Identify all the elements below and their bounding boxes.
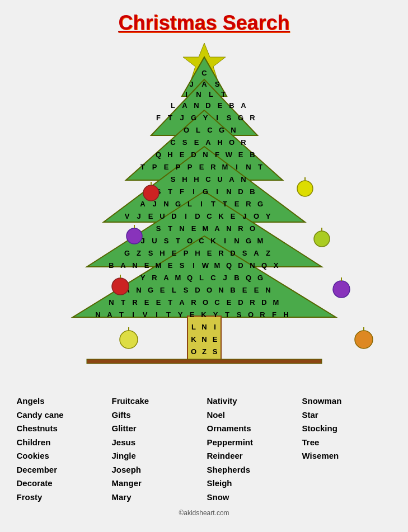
svg-text:U: U [217, 175, 222, 183]
svg-text:M: M [257, 237, 263, 245]
svg-text:R: R [210, 163, 216, 171]
svg-text:N: N [265, 286, 270, 294]
word-item: Noel [207, 409, 297, 422]
word-list: AngelsCandy caneChestnutsChildrenCookies… [8, 395, 400, 503]
svg-text:G: G [147, 286, 153, 294]
svg-text:X: X [273, 261, 278, 270]
svg-rect-9 [87, 359, 322, 364]
svg-text:N: N [132, 261, 137, 270]
word-item: Shepherds [207, 464, 297, 477]
svg-text:E: E [254, 286, 259, 294]
svg-text:A: A [140, 200, 146, 208]
svg-text:H: H [283, 310, 288, 319]
svg-text:M: M [214, 261, 220, 270]
svg-text:E: E [212, 335, 217, 343]
svg-text:W: W [225, 150, 232, 159]
svg-text:G: G [175, 200, 180, 208]
svg-text:S: S [214, 80, 219, 88]
svg-text:A: A [182, 101, 187, 110]
svg-text:N: N [218, 286, 223, 294]
svg-text:T: T [225, 310, 229, 319]
svg-text:H: H [182, 175, 187, 183]
svg-text:B: B [109, 261, 114, 270]
svg-text:N: N [136, 286, 141, 294]
svg-point-227 [112, 278, 129, 295]
svg-text:A: A [214, 224, 220, 233]
svg-text:R: R [132, 298, 138, 307]
svg-text:K: K [201, 310, 207, 319]
svg-text:E: E [217, 101, 222, 110]
svg-text:F: F [215, 150, 219, 159]
svg-text:C: C [207, 212, 212, 220]
svg-text:B: B [234, 274, 239, 282]
svg-text:J: J [223, 274, 227, 282]
svg-text:L: L [191, 323, 196, 331]
svg-text:Y: Y [140, 274, 145, 282]
svg-text:R: R [250, 298, 255, 307]
svg-text:L: L [199, 274, 204, 282]
svg-text:V: V [142, 310, 147, 319]
svg-text:A: A [163, 274, 169, 282]
svg-text:S: S [156, 224, 161, 233]
svg-text:M: M [155, 261, 161, 270]
svg-text:N: N [234, 237, 239, 245]
svg-text:I: I [132, 310, 134, 319]
svg-text:G: G [237, 114, 243, 122]
svg-text:G: G [257, 200, 262, 208]
svg-text:I: I [224, 237, 226, 245]
page-title: Christmas Search [118, 11, 289, 35]
svg-text:N: N [179, 224, 184, 233]
svg-text:A: A [241, 101, 246, 110]
svg-text:L: L [171, 101, 175, 110]
svg-text:S: S [148, 249, 153, 257]
word-item: Chestnuts [17, 422, 106, 435]
svg-text:G: G [124, 249, 129, 257]
svg-text:Y: Y [213, 310, 218, 319]
svg-text:D: D [230, 249, 235, 257]
word-item: Stocking [302, 422, 392, 435]
svg-text:A: A [229, 175, 235, 183]
svg-text:P: P [183, 249, 188, 257]
svg-text:I: I [236, 163, 238, 171]
svg-text:B: B [229, 101, 234, 110]
word-item: Children [17, 436, 106, 449]
svg-text:T: T [221, 90, 226, 98]
svg-text:E: E [144, 298, 149, 307]
svg-text:O: O [183, 126, 189, 134]
svg-text:I: I [200, 200, 203, 208]
svg-text:S: S [212, 347, 217, 356]
svg-text:T: T [211, 200, 215, 208]
svg-text:R: R [218, 249, 224, 257]
svg-text:E: E [160, 286, 165, 294]
svg-text:N: N [194, 101, 199, 110]
svg-text:N: N [203, 150, 208, 159]
svg-text:N: N [95, 310, 100, 319]
svg-text:H: H [194, 175, 199, 183]
svg-text:R: R [152, 274, 157, 282]
svg-text:O: O [253, 212, 259, 220]
svg-text:O: O [228, 138, 234, 147]
svg-text:L: L [196, 126, 200, 134]
svg-text:T: T [119, 310, 124, 319]
svg-text:T: T [176, 237, 180, 245]
svg-text:H: H [160, 249, 165, 257]
svg-text:S: S [242, 249, 247, 257]
word-item: Manger [112, 477, 201, 490]
svg-text:C: C [170, 138, 176, 147]
svg-text:F: F [180, 187, 184, 196]
svg-text:T: T [168, 298, 172, 307]
svg-text:E: E [167, 261, 172, 270]
svg-text:G: G [218, 126, 224, 134]
svg-text:Z: Z [202, 347, 207, 356]
svg-text:S: S [163, 237, 168, 245]
word-item: Decorate [17, 477, 106, 490]
word-item: Reindeer [207, 450, 297, 463]
svg-text:N: N [226, 187, 231, 196]
svg-text:A: A [107, 310, 112, 319]
svg-text:T: T [223, 200, 227, 208]
svg-text:N: N [250, 261, 255, 270]
word-item: Jesus [112, 436, 201, 449]
svg-point-223 [126, 228, 142, 244]
svg-text:I: I [156, 310, 158, 319]
svg-text:B: B [250, 187, 255, 196]
